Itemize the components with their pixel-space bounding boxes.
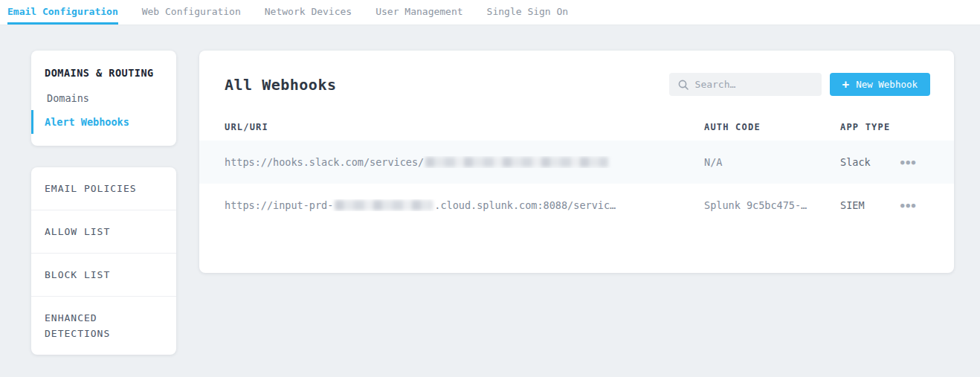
policy-card: EMAIL POLICIES ALLOW LIST BLOCK LIST ENH… xyxy=(31,167,176,355)
search-input[interactable] xyxy=(695,79,813,90)
sidebar: DOMAINS & ROUTING Domains Alert Webhooks… xyxy=(31,51,176,355)
sidebar-item-block-list[interactable]: BLOCK LIST xyxy=(31,254,176,297)
tab-email-configuration[interactable]: Email Configuration xyxy=(7,0,118,25)
app-type-cell: SIEM xyxy=(840,199,897,211)
sidebar-item-allow-list[interactable]: ALLOW LIST xyxy=(31,210,176,254)
column-header-app-type: APP TYPE xyxy=(840,122,897,132)
table-header-row: URL/URI AUTH CODE APP TYPE xyxy=(199,114,954,141)
search-icon xyxy=(678,80,689,90)
tab-web-configuration[interactable]: Web Configuration xyxy=(142,0,241,25)
search-box[interactable] xyxy=(669,73,822,96)
tab-single-sign-on[interactable]: Single Sign On xyxy=(487,0,569,25)
page-body: DOMAINS & ROUTING Domains Alert Webhooks… xyxy=(0,25,980,355)
webhooks-panel: All Webhooks + New Webhook URL/URI AUTH … xyxy=(199,51,954,273)
column-header-auth-code: AUTH CODE xyxy=(704,122,840,132)
new-webhook-button-label: New Webhook xyxy=(856,79,918,90)
row-actions-menu-icon[interactable]: ●●● xyxy=(897,197,920,213)
column-header-url: URL/URI xyxy=(225,122,704,132)
auth-code-cell: Splunk 9c5bc475-… xyxy=(704,199,840,211)
sidebar-item-domains[interactable]: Domains xyxy=(31,86,176,110)
new-webhook-button[interactable]: + New Webhook xyxy=(830,73,930,96)
panel-header: All Webhooks + New Webhook xyxy=(199,51,954,114)
sidebar-item-enhanced-detections[interactable]: ENHANCED DETECTIONS xyxy=(31,297,176,355)
row-actions-menu-icon[interactable]: ●●● xyxy=(897,154,920,170)
sidebar-item-alert-webhooks[interactable]: Alert Webhooks xyxy=(31,110,176,134)
domains-routing-title: DOMAINS & ROUTING xyxy=(31,62,176,86)
page-title: All Webhooks xyxy=(225,76,337,94)
tab-network-devices[interactable]: Network Devices xyxy=(265,0,352,25)
domains-routing-card: DOMAINS & ROUTING Domains Alert Webhooks xyxy=(31,51,176,146)
table-row[interactable]: https://hooks.slack.com/services/ N/A Sl… xyxy=(199,141,954,184)
redacted-url-segment xyxy=(425,157,608,167)
sidebar-item-email-policies[interactable]: EMAIL POLICIES xyxy=(31,167,176,210)
auth-code-cell: N/A xyxy=(704,156,840,168)
tab-user-management[interactable]: User Management xyxy=(375,0,462,25)
table-row[interactable]: https://input-prd-.cloud.splunk.com:8088… xyxy=(199,184,954,227)
webhook-url-cell: https://input-prd-.cloud.splunk.com:8088… xyxy=(225,199,704,211)
webhook-url-cell: https://hooks.slack.com/services/ xyxy=(225,156,704,168)
plus-icon: + xyxy=(842,79,850,91)
app-type-cell: Slack xyxy=(840,156,897,168)
redacted-url-segment xyxy=(335,200,433,210)
top-nav: Email Configuration Web Configuration Ne… xyxy=(0,0,980,25)
